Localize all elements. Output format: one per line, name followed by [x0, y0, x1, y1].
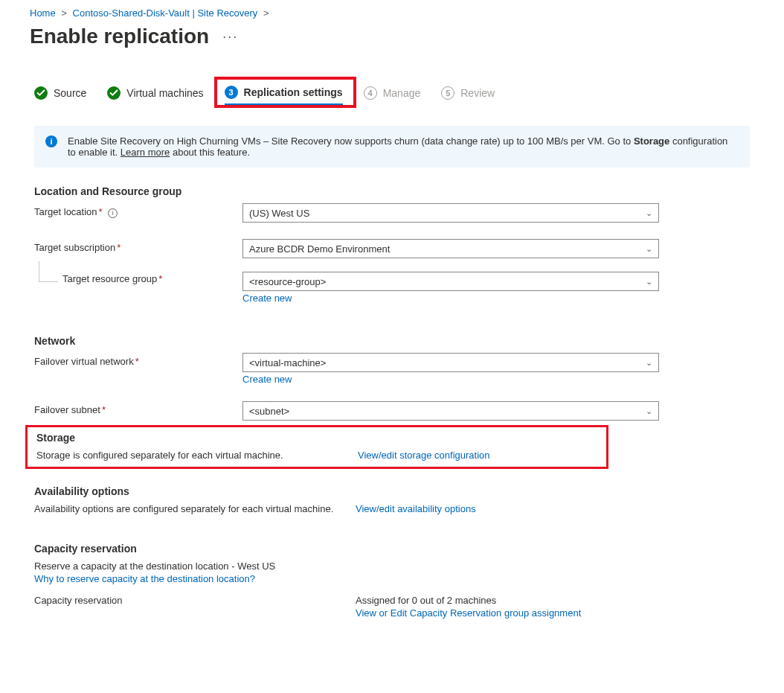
step-source[interactable]: Source — [34, 86, 86, 100]
breadcrumb-home[interactable]: Home — [30, 7, 56, 19]
breadcrumb-sep: > — [263, 7, 269, 19]
label-failover-vnet: Failover virtual network* — [34, 353, 242, 367]
more-icon[interactable]: ··· — [222, 29, 238, 45]
info-banner: i Enable Site Recovery on High Churning … — [34, 126, 750, 167]
dropdown-value: <virtual-machine> — [249, 357, 326, 368]
step-virtual-machines[interactable]: Virtual machines — [107, 86, 203, 100]
step-label: Manage — [383, 87, 421, 99]
step-label: Review — [460, 87, 495, 99]
step-label: Replication settings — [244, 86, 343, 98]
create-new-vnet-link[interactable]: Create new — [242, 374, 659, 385]
info-text: about this feature. — [170, 147, 250, 158]
chevron-down-icon: ⌄ — [646, 244, 652, 254]
step-label: Source — [54, 87, 86, 99]
label-failover-subnet: Failover subnet* — [34, 401, 242, 415]
dropdown-target-resource-group[interactable]: <resource-group> ⌄ — [242, 272, 659, 291]
step-number-icon: 5 — [441, 86, 454, 100]
info-icon: i — [45, 135, 57, 147]
section-title-storage: Storage — [36, 432, 597, 444]
dropdown-failover-vnet[interactable]: <virtual-machine> ⌄ — [242, 353, 659, 372]
wizard-steps: Source Virtual machines 3 Replication se… — [0, 56, 784, 111]
check-icon — [107, 86, 121, 100]
check-icon — [34, 86, 48, 100]
section-title-location: Location and Resource group — [34, 185, 750, 197]
label-target-subscription: Target subscription* — [34, 239, 242, 253]
info-text: Enable Site Recovery on High Churning VM… — [68, 135, 634, 147]
highlight-replication-settings: 3 Replication settings — [214, 77, 356, 108]
breadcrumb: Home > Contoso-Shared-Disk-Vault | Site … — [0, 7, 784, 23]
label-target-resource-group: Target resource group* — [62, 261, 162, 284]
section-title-network: Network — [34, 335, 750, 347]
dropdown-value: (US) West US — [249, 208, 309, 219]
step-replication-settings[interactable]: 3 Replication settings — [225, 86, 343, 105]
step-number-icon: 3 — [225, 86, 238, 99]
info-icon[interactable]: i — [108, 208, 118, 218]
dropdown-value: <subnet> — [249, 406, 289, 417]
step-review: 5 Review — [441, 86, 495, 100]
chevron-down-icon: ⌄ — [646, 358, 652, 368]
dropdown-target-location[interactable]: (US) West US ⌄ — [242, 203, 659, 223]
availability-desc: Availability options are configured sepa… — [34, 503, 356, 514]
chevron-down-icon: ⌄ — [646, 406, 652, 416]
label-target-location: Target location* i — [34, 203, 242, 218]
create-new-resource-group-link[interactable]: Create new — [242, 293, 659, 304]
indent-line — [39, 261, 58, 282]
view-edit-storage-link[interactable]: View/edit storage configuration — [358, 450, 490, 461]
highlight-storage: Storage Storage is configured separately… — [25, 425, 608, 469]
dropdown-value: Azure BCDR Demo Environment — [249, 243, 390, 255]
dropdown-target-subscription[interactable]: Azure BCDR Demo Environment ⌄ — [242, 239, 659, 258]
step-manage: 4 Manage — [364, 86, 421, 100]
step-number-icon: 4 — [364, 86, 377, 100]
step-label: Virtual machines — [126, 87, 203, 99]
learn-more-link[interactable]: Learn more — [121, 147, 170, 158]
page-title: Enable replication — [30, 25, 209, 48]
capacity-edit-link[interactable]: View or Edit Capacity Reservation group … — [356, 607, 750, 619]
dropdown-failover-subnet[interactable]: <subnet> ⌄ — [242, 401, 659, 421]
breadcrumb-sep: > — [61, 7, 67, 19]
chevron-down-icon: ⌄ — [646, 277, 652, 287]
capacity-why-link[interactable]: Why to reserve capacity at the destinati… — [34, 573, 750, 584]
dropdown-value: <resource-group> — [249, 276, 326, 287]
breadcrumb-vault[interactable]: Contoso-Shared-Disk-Vault | Site Recover… — [73, 7, 258, 19]
capacity-row-label: Capacity reservation — [34, 595, 356, 619]
chevron-down-icon: ⌄ — [646, 208, 652, 218]
info-bold: Storage — [634, 135, 669, 147]
capacity-assigned: Assigned for 0 out of 2 machines — [356, 595, 750, 606]
view-edit-availability-link[interactable]: View/edit availability options — [356, 503, 476, 514]
storage-desc: Storage is configured separately for eac… — [36, 450, 358, 461]
capacity-desc: Reserve a capacity at the destination lo… — [34, 561, 750, 572]
section-title-availability: Availability options — [34, 485, 750, 497]
section-title-capacity: Capacity reservation — [34, 543, 750, 555]
